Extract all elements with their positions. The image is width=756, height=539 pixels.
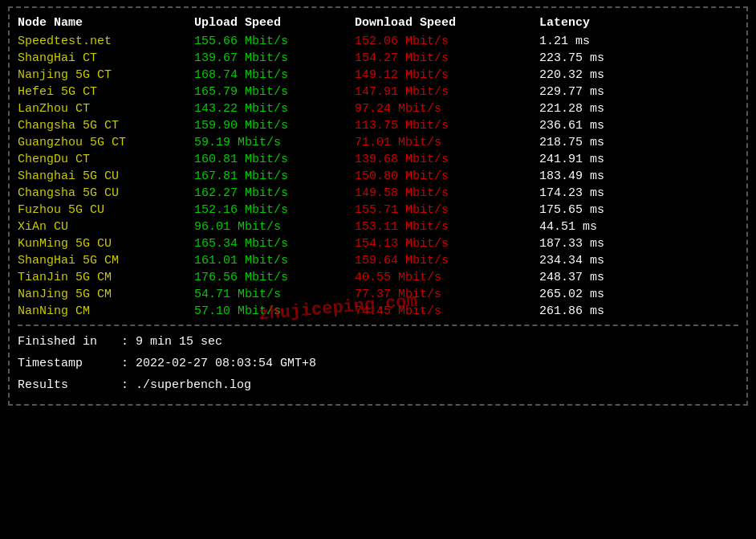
table-row: NanJing 5G CM54.71 Mbit/s77.37 Mbit/s265…: [18, 286, 738, 303]
cell-latency: 234.34 ms: [539, 254, 668, 267]
table-row: Changsha 5G CT159.90 Mbit/s113.75 Mbit/s…: [18, 117, 738, 134]
cell-latency: 220.32 ms: [539, 68, 668, 82]
cell-upload: 139.67 Mbit/s: [194, 51, 355, 65]
cell-latency: 175.65 ms: [539, 203, 668, 217]
cell-download: 149.58 Mbit/s: [355, 186, 539, 200]
cell-node: ShangHai CT: [18, 51, 194, 65]
cell-latency: 174.23 ms: [539, 186, 668, 200]
cell-latency: 261.86 ms: [539, 304, 668, 318]
cell-node: NanNing CM: [18, 304, 194, 318]
cell-node: Hefei 5G CT: [18, 85, 194, 99]
cell-node: Changsha 5G CT: [18, 119, 194, 133]
table-row: NanNing CM57.10 Mbit/s74.45 Mbit/s261.86…: [18, 303, 738, 320]
cell-download: 152.06 Mbit/s: [355, 35, 539, 48]
cell-upload: 161.01 Mbit/s: [194, 254, 355, 267]
cell-latency: 229.77 ms: [539, 85, 668, 99]
cell-upload: 155.66 Mbit/s: [194, 35, 355, 48]
cell-latency: 223.75 ms: [539, 51, 668, 65]
cell-download: 74.45 Mbit/s: [355, 304, 539, 318]
header-upload: Upload Speed: [194, 16, 355, 30]
table-row: Shanghai 5G CU167.81 Mbit/s150.80 Mbit/s…: [18, 168, 738, 185]
results-value: : ./superbench.log: [121, 378, 251, 392]
results-label: Results: [18, 374, 114, 396]
footer: Finished in : 9 min 15 sec Timestamp : 2…: [18, 331, 738, 396]
cell-download: 154.27 Mbit/s: [355, 51, 539, 65]
cell-node: Changsha 5G CU: [18, 186, 194, 200]
cell-node: Nanjing 5G CT: [18, 68, 194, 82]
cell-download: 97.24 Mbit/s: [355, 102, 539, 116]
cell-latency: 265.02 ms: [539, 288, 668, 301]
table-row: LanZhou CT143.22 Mbit/s97.24 Mbit/s221.2…: [18, 100, 738, 117]
finished-label: Finished in: [18, 331, 114, 353]
table-row: Speedtest.net155.66 Mbit/s152.06 Mbit/s1…: [18, 33, 738, 50]
cell-download: 113.75 Mbit/s: [355, 119, 539, 133]
cell-upload: 159.90 Mbit/s: [194, 119, 355, 133]
cell-node: LanZhou CT: [18, 102, 194, 116]
cell-upload: 168.74 Mbit/s: [194, 68, 355, 82]
table-row: ShangHai 5G CM161.01 Mbit/s159.64 Mbit/s…: [18, 252, 738, 269]
timestamp-label: Timestamp: [18, 353, 114, 374]
cell-download: 139.68 Mbit/s: [355, 153, 539, 166]
table-row: TianJin 5G CM176.56 Mbit/s40.55 Mbit/s24…: [18, 269, 738, 286]
footer-results: Results : ./superbench.log: [18, 374, 738, 396]
cell-download: 155.71 Mbit/s: [355, 203, 539, 217]
table-row: Changsha 5G CU162.27 Mbit/s149.58 Mbit/s…: [18, 185, 738, 202]
cell-upload: 57.10 Mbit/s: [194, 304, 355, 318]
cell-node: XiAn CU: [18, 220, 194, 234]
cell-node: Shanghai 5G CU: [18, 169, 194, 183]
cell-latency: 218.75 ms: [539, 136, 668, 149]
cell-upload: 143.22 Mbit/s: [194, 102, 355, 116]
cell-download: 147.91 Mbit/s: [355, 85, 539, 99]
cell-latency: 1.21 ms: [539, 35, 668, 48]
cell-node: Guangzhou 5G CT: [18, 136, 194, 149]
cell-latency: 221.28 ms: [539, 102, 668, 116]
table-row: ChengDu CT160.81 Mbit/s139.68 Mbit/s241.…: [18, 151, 738, 168]
cell-download: 150.80 Mbit/s: [355, 169, 539, 183]
cell-upload: 152.16 Mbit/s: [194, 203, 355, 217]
table-header: Node Name Upload Speed Download Speed La…: [18, 13, 738, 33]
cell-upload: 167.81 Mbit/s: [194, 169, 355, 183]
cell-upload: 54.71 Mbit/s: [194, 288, 355, 301]
table-row: Fuzhou 5G CU152.16 Mbit/s155.71 Mbit/s17…: [18, 202, 738, 218]
cell-upload: 160.81 Mbit/s: [194, 153, 355, 166]
cell-download: 77.37 Mbit/s: [355, 288, 539, 301]
cell-upload: 96.01 Mbit/s: [194, 220, 355, 234]
cell-node: KunMing 5G CU: [18, 237, 194, 251]
divider: [18, 325, 738, 326]
table-row: ShangHai CT139.67 Mbit/s154.27 Mbit/s223…: [18, 50, 738, 67]
main-container: Node Name Upload Speed Download Speed La…: [8, 6, 748, 406]
cell-download: 71.01 Mbit/s: [355, 136, 539, 149]
header-download: Download Speed: [355, 16, 539, 30]
cell-download: 40.55 Mbit/s: [355, 271, 539, 284]
cell-latency: 187.33 ms: [539, 237, 668, 251]
header-node: Node Name: [18, 16, 194, 30]
cell-node: Fuzhou 5G CU: [18, 203, 194, 217]
cell-download: 159.64 Mbit/s: [355, 254, 539, 267]
cell-node: Speedtest.net: [18, 35, 194, 48]
cell-latency: 183.49 ms: [539, 169, 668, 183]
cell-upload: 165.79 Mbit/s: [194, 85, 355, 99]
table-row: KunMing 5G CU165.34 Mbit/s154.13 Mbit/s1…: [18, 235, 738, 252]
footer-timestamp: Timestamp : 2022-02-27 08:03:54 GMT+8: [18, 353, 738, 374]
cell-node: TianJin 5G CM: [18, 271, 194, 284]
cell-download: 153.11 Mbit/s: [355, 220, 539, 234]
cell-latency: 44.51 ms: [539, 220, 668, 234]
cell-latency: 248.37 ms: [539, 271, 668, 284]
cell-upload: 59.19 Mbit/s: [194, 136, 355, 149]
cell-latency: 236.61 ms: [539, 119, 668, 133]
table-row: Nanjing 5G CT168.74 Mbit/s149.12 Mbit/s2…: [18, 67, 738, 84]
footer-finished: Finished in : 9 min 15 sec: [18, 331, 738, 353]
cell-download: 149.12 Mbit/s: [355, 68, 539, 82]
finished-value: : 9 min 15 sec: [121, 335, 222, 349]
cell-node: NanJing 5G CM: [18, 288, 194, 301]
cell-latency: 241.91 ms: [539, 153, 668, 166]
cell-node: ShangHai 5G CM: [18, 254, 194, 267]
table-row: Guangzhou 5G CT59.19 Mbit/s71.01 Mbit/s2…: [18, 134, 738, 151]
timestamp-value: : 2022-02-27 08:03:54 GMT+8: [121, 357, 316, 370]
table-wrapper: Node Name Upload Speed Download Speed La…: [18, 13, 738, 320]
cell-upload: 162.27 Mbit/s: [194, 186, 355, 200]
cell-node: ChengDu CT: [18, 153, 194, 166]
table-row: XiAn CU96.01 Mbit/s153.11 Mbit/s44.51 ms: [18, 218, 738, 235]
cell-download: 154.13 Mbit/s: [355, 237, 539, 251]
cell-upload: 176.56 Mbit/s: [194, 271, 355, 284]
